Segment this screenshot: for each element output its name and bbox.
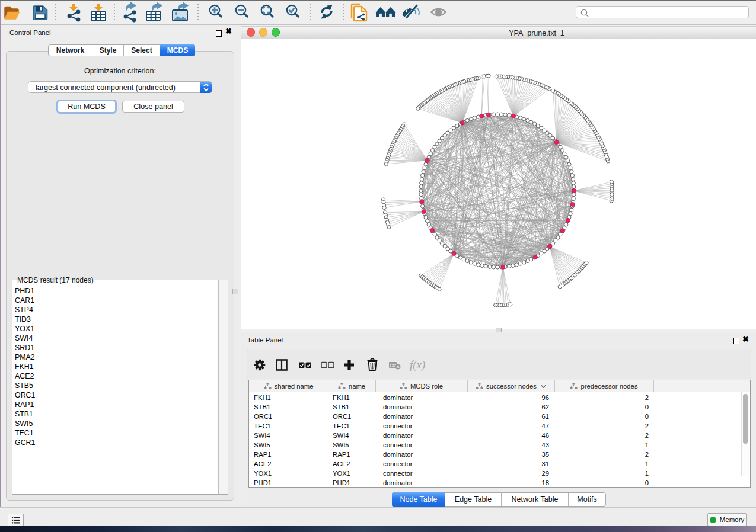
svg-text:f(x): f(x) <box>410 358 425 371</box>
